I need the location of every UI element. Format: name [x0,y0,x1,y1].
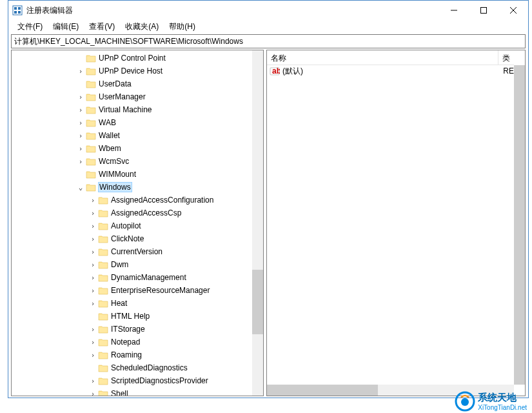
tree-item[interactable]: ›CurrentVersion [12,245,252,258]
folder-icon [98,261,108,269]
folder-icon [86,170,96,179]
watermark-logo-icon [455,391,475,412]
folder-icon [86,106,96,114]
expand-icon[interactable]: › [88,196,98,205]
menu-file[interactable]: 文件(F) [12,20,48,34]
tree-item-label: UPnP Control Point [99,54,166,63]
tree-item[interactable]: ›WcmSvc [12,155,252,168]
tree-item[interactable]: ›WAB [12,116,252,129]
window-title: 注册表编辑器 [26,5,439,16]
expand-icon[interactable]: › [88,338,98,347]
tree-item-label: ITStorage [111,325,145,334]
tree-item-label: Roaming [111,350,142,359]
expand-icon[interactable]: › [75,119,86,127]
menubar: 文件(F) 编辑(E) 查看(V) 收藏夹(A) 帮助(H) [8,20,528,33]
watermark-text2: XiTongTianDi.net [478,404,527,411]
tree-item-label: Autopilot [111,221,141,230]
folder-icon [98,377,108,385]
expand-icon[interactable]: › [88,390,98,396]
tree-item[interactable]: ›Wallet [12,129,252,142]
folder-icon [86,54,96,63]
folder-icon [98,325,108,334]
tree-item-label: ClickNote [111,234,144,243]
tree-item[interactable]: ›ITStorage [12,323,252,336]
tree-item[interactable]: ›UserManager [12,90,252,103]
address-input[interactable] [14,37,522,46]
expand-icon[interactable]: › [88,209,98,217]
tree-item[interactable]: ›AssignedAccessConfiguration [12,194,252,206]
list-vertical-scrollbar[interactable] [514,65,525,385]
tree-item-label: Wbem [99,144,121,153]
address-bar[interactable] [11,34,526,48]
tree-item[interactable]: ›Notepad [12,336,252,348]
titlebar[interactable]: 注册表编辑器 [8,1,528,20]
tree-vertical-scrollbar[interactable] [252,50,263,396]
column-header-type[interactable]: 类 [498,50,514,65]
tree-item-label: HTML Help [111,312,150,321]
column-header-name[interactable]: 名称 [267,50,498,65]
expand-icon[interactable]: › [75,132,86,140]
tree-item-label: UPnP Device Host [99,66,163,76]
expand-icon[interactable]: › [88,261,98,269]
svg-rect-4 [18,11,21,14]
tree-item[interactable]: ›ScriptedDiagnosticsProvider [12,374,252,387]
tree-item-label: Wallet [99,131,120,140]
tree-item[interactable]: ›Roaming [12,348,252,361]
svg-text:ab: ab [272,66,280,76]
expand-icon[interactable]: › [88,299,98,308]
expand-icon[interactable]: › [88,235,98,243]
tree-item[interactable]: ›Autopilot [12,219,252,232]
tree-item[interactable]: ›EnterpriseResourceManager [12,284,252,297]
tree-item-label: Virtual Machine [99,105,152,114]
expand-icon[interactable]: › [88,274,98,282]
expand-icon[interactable]: › [88,351,98,359]
maximize-button[interactable] [469,1,498,20]
list-row[interactable]: ab(默认)RE [267,65,514,77]
expand-icon[interactable]: › [75,93,86,101]
tree-item-label: CurrentVersion [111,247,163,256]
menu-edit[interactable]: 编辑(E) [48,20,84,34]
watermark-text1: 系统天地 [478,392,527,404]
scrollbar-thumb[interactable] [267,385,378,396]
expand-icon[interactable]: › [88,325,98,334]
expand-icon[interactable]: › [88,287,98,295]
minimize-button[interactable] [439,1,469,20]
close-button[interactable] [498,1,528,20]
expand-icon[interactable]: › [75,145,86,153]
tree-item[interactable]: ScheduledDiagnostics [12,361,252,374]
tree-item-label: EnterpriseResourceManager [111,286,210,295]
scrollbar-thumb[interactable] [252,270,263,334]
tree-item[interactable]: ›Dwm [12,258,252,271]
tree-item[interactable]: UserData [12,77,252,90]
menu-view[interactable]: 查看(V) [84,20,120,34]
tree-item[interactable]: ›Virtual Machine [12,103,252,116]
folder-icon [98,312,108,321]
tree-pane: UPnP Control Point›UPnP Device HostUserD… [11,50,264,396]
collapse-icon[interactable]: ⌄ [75,183,86,192]
scrollbar-thumb[interactable] [514,65,525,385]
tree-item[interactable]: UPnP Control Point [12,52,252,65]
expand-icon[interactable]: › [88,222,98,230]
tree-item[interactable]: ›AssignedAccessCsp [12,206,252,219]
tree-item[interactable]: HTML Help [12,310,252,323]
tree-item[interactable]: WIMMount [12,168,252,181]
expand-icon[interactable]: › [88,248,98,256]
list-header: 名称 类 [267,50,514,65]
menu-help[interactable]: 帮助(H) [164,20,201,34]
folder-icon [98,222,108,230]
tree-item[interactable]: ›Wbem [12,142,252,155]
tree-item[interactable]: ›Shell [12,387,252,396]
expand-icon[interactable]: › [75,106,86,114]
folder-icon [86,93,96,101]
expand-icon[interactable]: › [75,157,86,166]
menu-favorites[interactable]: 收藏夹(A) [120,20,164,34]
tree-item[interactable]: ›DynamicManagement [12,271,252,284]
tree-item-label: Heat [111,299,127,308]
tree-item[interactable]: ›UPnP Device Host [12,65,252,77]
expand-icon[interactable]: › [75,67,86,76]
expand-icon[interactable]: › [88,377,98,385]
tree-item[interactable]: ›ClickNote [12,232,252,245]
tree-item[interactable]: ⌄Windows [12,181,252,194]
tree-item[interactable]: ›Heat [12,297,252,310]
tree-item-label: AssignedAccessConfiguration [111,196,213,205]
